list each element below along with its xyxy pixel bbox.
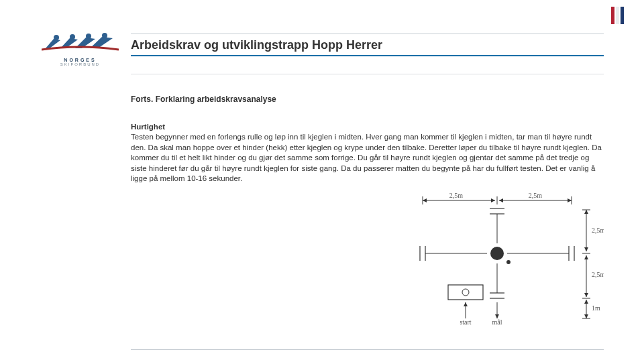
body-text: Testen begynner med en forlengs rulle og… xyxy=(131,132,604,184)
diagram-container: 2,5m 2,5m 2,5m 2,5m 1m xyxy=(131,191,604,325)
flag-stripe-red xyxy=(611,7,614,24)
main-content: Arbeidskrav og utviklingstrapp Hopp Herr… xyxy=(131,34,604,325)
title-underline-rule xyxy=(131,74,604,74)
logo-wordmark: NORGES SKIFORBUND xyxy=(42,58,119,67)
flag-stripe-blue xyxy=(621,7,624,24)
footer-rule xyxy=(131,349,604,350)
page-title: Arbeidskrav og utviklingstrapp Hopp Herr… xyxy=(131,34,604,56)
logo-line2: SKIFORBUND xyxy=(42,62,119,66)
federation-logo: NORGES SKIFORBUND xyxy=(42,32,119,67)
dim-side-lower: 2,5m xyxy=(592,271,604,278)
dim-top-left: 2,5m xyxy=(449,192,464,199)
logo-line1: NORGES xyxy=(42,58,119,62)
svg-point-29 xyxy=(506,260,511,264)
subtitle: Forts. Forklaring arbeidskravsanalyse xyxy=(131,95,604,104)
svg-point-28 xyxy=(490,247,504,260)
skier-logo-icon xyxy=(42,32,119,54)
svg-rect-30 xyxy=(448,285,483,300)
course-diagram: 2,5m 2,5m 2,5m 2,5m 1m xyxy=(396,191,604,325)
dim-side-upper: 2,5m xyxy=(592,227,604,234)
svg-point-31 xyxy=(462,289,469,296)
goal-label: mål xyxy=(492,318,502,325)
dim-top-right: 2,5m xyxy=(529,192,543,199)
start-label: start xyxy=(460,318,471,325)
section-heading: Hurtighet xyxy=(131,123,604,131)
flag-stripe-white xyxy=(616,7,619,24)
norway-flag-accent xyxy=(611,7,624,24)
dim-bottom: 1m xyxy=(592,304,600,312)
